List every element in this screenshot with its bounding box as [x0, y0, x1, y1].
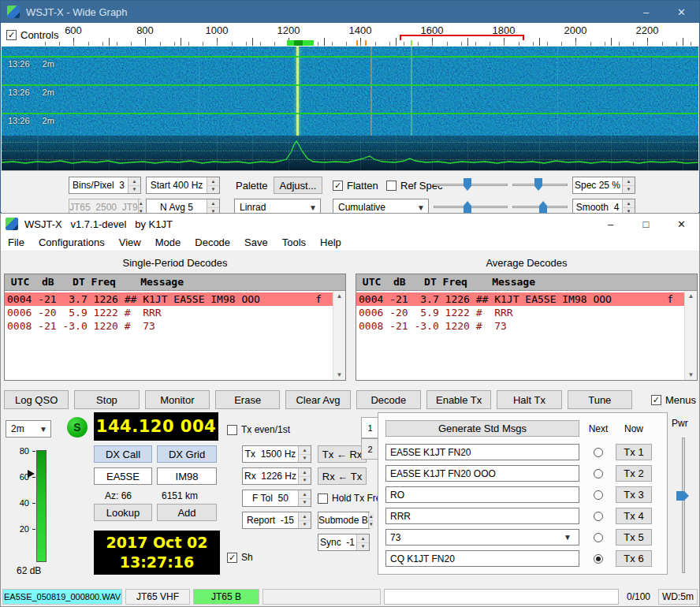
- decode-list[interactable]: 0004 -21 3.7 1226 ## K1JT EA5SE IM98 OOO…: [5, 291, 333, 380]
- spin-up-icon[interactable]: ▲: [299, 446, 311, 455]
- close-button[interactable]: ✕: [664, 1, 699, 23]
- rx-from-tx-button[interactable]: Rx ← Tx: [318, 467, 367, 485]
- spin-up-icon[interactable]: ▲: [207, 199, 219, 208]
- tune-button[interactable]: Tune: [568, 390, 632, 409]
- decode-row[interactable]: 0006 -20 5.9 1222 # RRR: [5, 306, 333, 319]
- tx5-message-combo[interactable]: 73 ▼: [385, 529, 579, 546]
- tab-2[interactable]: 2: [361, 438, 378, 460]
- spin-down-icon[interactable]: ▼: [207, 186, 219, 194]
- tx6-message-input[interactable]: CQ K1JT FN20: [385, 550, 579, 567]
- spin-up-icon[interactable]: ▲: [128, 177, 140, 186]
- tx4-button[interactable]: Tx 4: [616, 508, 652, 524]
- tx5-next-radio[interactable]: [594, 533, 603, 542]
- status-light[interactable]: S: [67, 417, 88, 438]
- bins-per-pixel-spinner[interactable]: Bins/Pixel 3 ▲▼: [69, 177, 141, 194]
- spin-down-icon[interactable]: ▼: [299, 521, 311, 529]
- spin-up-icon[interactable]: ▲: [369, 512, 374, 521]
- decode-button[interactable]: Decode: [356, 390, 421, 409]
- lookup-button[interactable]: Lookup: [94, 504, 152, 521]
- pwr-slider[interactable]: [682, 438, 685, 573]
- menu-mode[interactable]: Mode: [148, 234, 188, 251]
- gain-slider[interactable]: [434, 177, 508, 192]
- scrollbar[interactable]: ▲ ▼: [333, 291, 345, 380]
- spin-down-icon[interactable]: ▼: [357, 543, 369, 551]
- tx2-button[interactable]: Tx 2: [616, 465, 652, 482]
- spin-down-icon[interactable]: ▼: [623, 186, 635, 194]
- f-tol-spinner[interactable]: F Tol 50 ▲▼: [242, 490, 311, 507]
- sh-checkbox[interactable]: ✓: [227, 553, 237, 563]
- erase-button[interactable]: Erase: [215, 390, 280, 409]
- scroll-up-icon[interactable]: ▲: [688, 292, 694, 300]
- spin-down-icon[interactable]: ▼: [299, 477, 311, 485]
- tx-from-rx-button[interactable]: Tx ← Rx: [318, 445, 367, 463]
- tx3-button[interactable]: Tx 3: [616, 486, 652, 503]
- spin-down-icon[interactable]: ▼: [299, 499, 311, 507]
- spin-up-icon[interactable]: ▲: [357, 534, 369, 543]
- spin-down-icon[interactable]: ▼: [299, 455, 311, 463]
- submode-spinner[interactable]: Submode B ▲▼: [318, 512, 370, 529]
- tx6-next-radio[interactable]: [594, 554, 603, 564]
- frequency-scale[interactable]: ✓ Controls 600 800 1000 1200 1400 1600 1…: [2, 23, 698, 47]
- stop-button[interactable]: Stop: [74, 390, 139, 409]
- rx-freq-spinner[interactable]: Rx 1226 Hz ▲▼: [242, 467, 311, 485]
- report-spinner[interactable]: Report -15 ▲▼: [242, 512, 311, 529]
- tx1-next-radio[interactable]: [594, 448, 603, 457]
- maximize-button[interactable]: □: [628, 214, 664, 234]
- add-button[interactable]: Add: [157, 504, 217, 521]
- spin-up-icon[interactable]: ▲: [299, 490, 311, 499]
- spin-up-icon[interactable]: ▲: [623, 177, 635, 186]
- spin-up-icon[interactable]: ▲: [623, 199, 635, 208]
- dx-grid-field[interactable]: IM98: [157, 467, 217, 485]
- scroll-down-icon[interactable]: ▼: [337, 371, 343, 378]
- start-freq-spinner[interactable]: Start 400 Hz ▲▼: [146, 177, 220, 194]
- decode-row[interactable]: 0008 -21 -3.0 1220 # 73: [5, 319, 333, 333]
- scroll-down-icon[interactable]: ▼: [688, 371, 694, 378]
- minimize-button[interactable]: –: [593, 214, 628, 234]
- tab-1[interactable]: 1: [361, 417, 378, 438]
- tx5-button[interactable]: Tx 5: [616, 529, 652, 546]
- decode-row[interactable]: 0004 -21 3.7 1226 ## K1JT EA5SE IM98 OOO…: [356, 292, 684, 306]
- main-titlebar[interactable]: WSJT-X v1.7.1-devel by K1JT – □ ✕: [1, 214, 699, 234]
- menus-checkbox[interactable]: ✓: [651, 395, 661, 405]
- dx-grid-button[interactable]: DX Grid: [157, 445, 217, 463]
- generate-std-msgs-button[interactable]: Generate Std Msgs: [385, 420, 579, 437]
- tx-even-checkbox[interactable]: [227, 425, 237, 435]
- controls-toggle[interactable]: ✓ Controls: [6, 29, 58, 41]
- tx3-message-input[interactable]: RO: [385, 486, 579, 503]
- menu-decode[interactable]: Decode: [188, 234, 237, 251]
- clear-avg-button[interactable]: Clear Avg: [285, 390, 350, 409]
- frequency-display[interactable]: 144.120 004: [94, 412, 218, 441]
- tx6-button[interactable]: Tx 6: [616, 550, 652, 567]
- zero-slider[interactable]: [512, 177, 568, 192]
- menu-help[interactable]: Help: [313, 234, 348, 251]
- slider-handle[interactable]: [464, 178, 471, 191]
- menu-file[interactable]: File: [1, 234, 32, 251]
- flatten-checkbox[interactable]: ✓: [333, 181, 343, 191]
- decode-row[interactable]: 0006 -20 5.9 1222 # RRR: [356, 306, 684, 319]
- scroll-up-icon[interactable]: ▲: [337, 292, 343, 300]
- decode-row[interactable]: 0008 -21 -3.0 1220 # 73: [356, 319, 684, 333]
- ref-spec-checkbox[interactable]: [386, 181, 397, 191]
- tx1-button[interactable]: Tx 1: [616, 444, 652, 460]
- decode-row[interactable]: 0004 -21 3.7 1226 ## K1JT EA5SE IM98 OOO…: [5, 292, 333, 306]
- slider-handle[interactable]: [539, 201, 547, 214]
- menu-configurations[interactable]: Configurations: [32, 234, 112, 251]
- tx2-message-input[interactable]: EA5SE K1JT FN20 OOO: [385, 465, 579, 482]
- spin-up-icon[interactable]: ▲: [299, 468, 311, 477]
- tx-freq-spinner[interactable]: Tx 1500 Hz ▲▼: [242, 445, 311, 463]
- spin-down-icon[interactable]: ▼: [128, 186, 140, 194]
- decode-list[interactable]: 0004 -21 3.7 1226 ## K1JT EA5SE IM98 OOO…: [356, 291, 684, 380]
- hold-tx-freq-toggle[interactable]: Hold Tx Freq: [318, 493, 386, 504]
- adjust-palette-button[interactable]: Adjust...: [274, 177, 322, 194]
- menu-save[interactable]: Save: [237, 234, 275, 251]
- spin-up-icon[interactable]: ▲: [299, 512, 311, 521]
- dx-call-field[interactable]: EA5SE: [94, 467, 152, 485]
- tx4-next-radio[interactable]: [594, 512, 603, 521]
- tx3-next-radio[interactable]: [594, 490, 603, 500]
- enable-tx-button[interactable]: Enable Tx: [426, 390, 491, 409]
- zero2-slider[interactable]: [512, 199, 568, 214]
- sh-toggle[interactable]: ✓ Sh: [227, 552, 253, 563]
- hold-tx-freq-checkbox[interactable]: [318, 493, 328, 504]
- wide-graph-titlebar[interactable]: WSJT-X - Wide Graph – ✕: [1, 1, 699, 23]
- close-button[interactable]: ✕: [664, 214, 699, 234]
